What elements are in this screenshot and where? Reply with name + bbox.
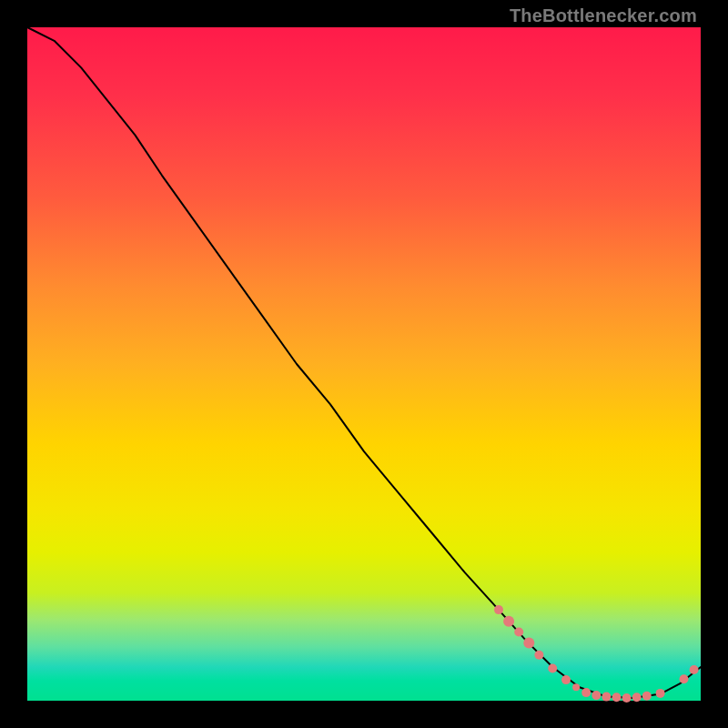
data-point: [561, 675, 571, 684]
data-point: [642, 692, 652, 701]
data-point: [622, 693, 632, 703]
data-point-cluster: [494, 605, 699, 703]
data-point: [690, 665, 699, 674]
data-point: [680, 674, 689, 683]
data-point: [514, 628, 523, 637]
data-point: [572, 683, 580, 691]
plot-area: [27, 27, 701, 701]
bottleneck-curve: [27, 27, 701, 698]
data-point: [612, 693, 622, 702]
chart-frame: TheBottlenecker.com: [0, 0, 728, 728]
data-point: [523, 637, 534, 648]
data-point: [548, 664, 557, 673]
curve-svg: [27, 27, 701, 701]
data-point: [503, 616, 514, 627]
data-point: [656, 689, 665, 698]
watermark-text: TheBottlenecker.com: [510, 5, 697, 26]
data-point: [534, 651, 543, 660]
data-point: [494, 605, 503, 614]
data-point: [592, 691, 601, 700]
data-point: [602, 693, 611, 702]
data-point: [581, 688, 591, 697]
data-point: [632, 693, 642, 702]
